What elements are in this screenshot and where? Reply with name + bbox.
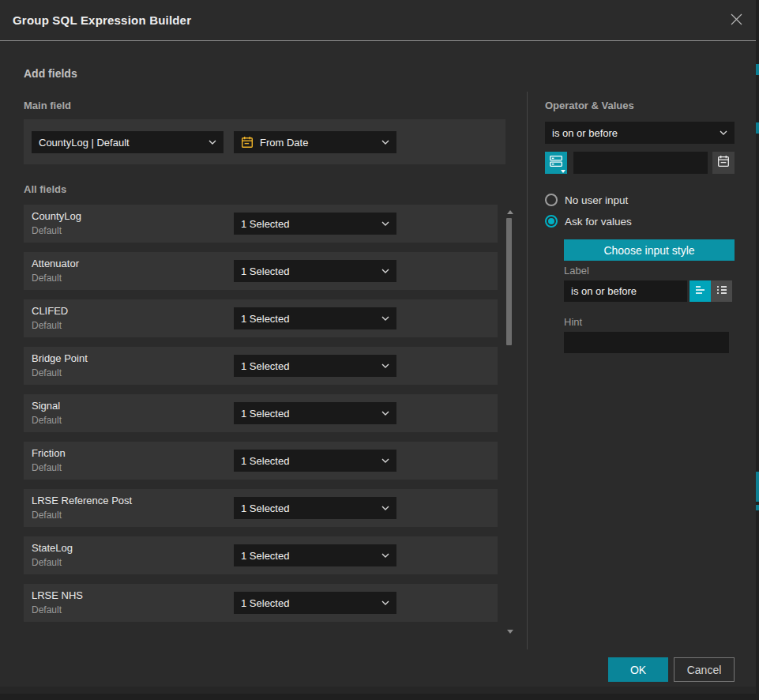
hint-input[interactable] (564, 332, 729, 353)
scroll-down-arrow-icon[interactable] (507, 630, 513, 634)
radio-circle-icon (545, 194, 558, 206)
field-row: LRSE Reference Post Default 1 Selected (24, 489, 498, 527)
backdrop-bottom (0, 694, 756, 700)
backdrop-teal-fragment (756, 64, 759, 75)
operator-dropdown-value: is on or before (552, 127, 715, 139)
style-list-button[interactable] (711, 280, 732, 302)
field-selection-value: 1 Selected (241, 550, 377, 562)
label-input[interactable] (564, 280, 687, 302)
main-field-heading: Main field (24, 100, 71, 111)
chevron-down-icon (720, 130, 727, 135)
chevron-down-icon (381, 458, 389, 463)
field-name: LRSE Reference Post (32, 495, 132, 506)
add-fields-heading: Add fields (24, 67, 77, 80)
backdrop-teal-fragment (756, 472, 759, 502)
caret-down-icon (561, 170, 565, 173)
backdrop-teal-fragment (756, 505, 759, 510)
backdrop-edge-strip (756, 0, 759, 700)
chevron-down-icon (381, 269, 389, 273)
field-type: Default (32, 367, 62, 378)
field-name: LRSE NHS (32, 589, 83, 601)
scroll-up-arrow-icon[interactable] (507, 210, 513, 214)
field-name: Attenuator (32, 258, 79, 269)
field-name: Signal (32, 400, 60, 412)
layer-dropdown[interactable]: CountyLog | Default (32, 131, 224, 153)
field-type: Default (32, 510, 62, 521)
field-row: CLIFED Default 1 Selected (24, 299, 498, 337)
chevron-down-icon (381, 411, 389, 416)
field-name: CountyLog (32, 210, 81, 222)
radio-ask-for-values[interactable]: Ask for values (545, 215, 632, 228)
field-row: CountyLog Default 1 Selected (24, 205, 498, 243)
align-left-icon (694, 284, 707, 299)
field-type: Default (32, 415, 62, 426)
radio-no-user-input[interactable]: No user input (545, 194, 628, 206)
field-selection-value: 1 Selected (241, 455, 377, 467)
field-row: StateLog Default 1 Selected (24, 536, 498, 574)
field-name: Friction (32, 447, 66, 459)
field-type: Default (32, 320, 62, 331)
cancel-button[interactable]: Cancel (674, 657, 735, 682)
field-type: Default (32, 273, 62, 284)
dialog-bottom-edge (0, 687, 756, 694)
dialog-title: Group SQL Expression Builder (13, 13, 191, 27)
field-selection-dropdown[interactable]: 1 Selected (234, 592, 396, 614)
panel-divider (527, 92, 528, 649)
bulleted-list-icon (716, 284, 728, 299)
field-selection-value: 1 Selected (241, 360, 377, 372)
field-selection-value: 1 Selected (241, 408, 377, 420)
main-field-dropdown[interactable]: From Date (234, 131, 396, 153)
stacked-rows-icon (549, 154, 563, 171)
field-type: Default (32, 557, 62, 568)
label-heading: Label (564, 265, 589, 277)
field-row: Bridge Point Default 1 Selected (24, 347, 498, 385)
hint-heading: Hint (564, 316, 582, 328)
field-selection-dropdown[interactable]: 1 Selected (234, 307, 396, 329)
field-selection-dropdown[interactable]: 1 Selected (234, 450, 396, 472)
field-row: Friction Default 1 Selected (24, 442, 498, 480)
calendar-icon (241, 136, 254, 149)
radio-label: No user input (565, 194, 628, 206)
list-scrollbar[interactable] (505, 209, 513, 635)
field-name: Bridge Point (32, 352, 88, 364)
choose-input-style-button[interactable]: Choose input style (564, 239, 735, 261)
chevron-down-icon (381, 506, 389, 510)
main-field-panel: CountyLog | Default From Date (24, 119, 505, 164)
field-selection-value: 1 Selected (241, 597, 377, 609)
style-single-line-button[interactable] (689, 280, 711, 302)
chevron-down-icon (381, 363, 389, 368)
field-type: Default (32, 604, 62, 615)
value-date-input[interactable] (573, 152, 708, 174)
operator-values-heading: Operator & Values (545, 100, 634, 111)
dialog-titlebar: Group SQL Expression Builder (0, 0, 756, 41)
field-selection-dropdown[interactable]: 1 Selected (234, 544, 396, 566)
close-button[interactable] (727, 11, 746, 30)
field-row: Signal Default 1 Selected (24, 394, 498, 432)
group-sql-expression-builder-dialog: Group SQL Expression Builder Add fields … (0, 0, 756, 700)
chevron-down-icon (381, 221, 389, 226)
operator-dropdown[interactable]: is on or before (545, 122, 735, 144)
field-name: StateLog (32, 542, 73, 554)
field-selection-dropdown[interactable]: 1 Selected (234, 213, 396, 235)
field-name: CLIFED (32, 305, 68, 317)
field-selection-dropdown[interactable]: 1 Selected (234, 497, 396, 519)
field-selection-dropdown[interactable]: 1 Selected (234, 402, 396, 424)
radio-label: Ask for values (565, 216, 632, 228)
all-fields-list: CountyLog Default 1 Selected Attenuator … (24, 205, 498, 631)
backdrop-teal-fragment (756, 122, 759, 134)
field-row: LRSE NHS Default 1 Selected (24, 584, 498, 622)
field-type: Default (32, 225, 62, 236)
main-field-dropdown-value: From Date (260, 137, 377, 149)
chevron-down-icon (381, 316, 389, 321)
scrollbar-thumb[interactable] (506, 218, 512, 345)
value-source-button[interactable] (545, 152, 567, 174)
chevron-down-icon (381, 553, 389, 558)
date-picker-button[interactable] (712, 152, 735, 174)
radio-circle-checked-icon (545, 215, 558, 228)
field-selection-dropdown[interactable]: 1 Selected (234, 260, 396, 282)
field-selection-dropdown[interactable]: 1 Selected (234, 355, 396, 377)
all-fields-heading: All fields (24, 183, 66, 195)
calendar-icon (717, 155, 730, 171)
ok-button[interactable]: OK (608, 657, 668, 682)
field-row: Attenuator Default 1 Selected (24, 252, 498, 290)
